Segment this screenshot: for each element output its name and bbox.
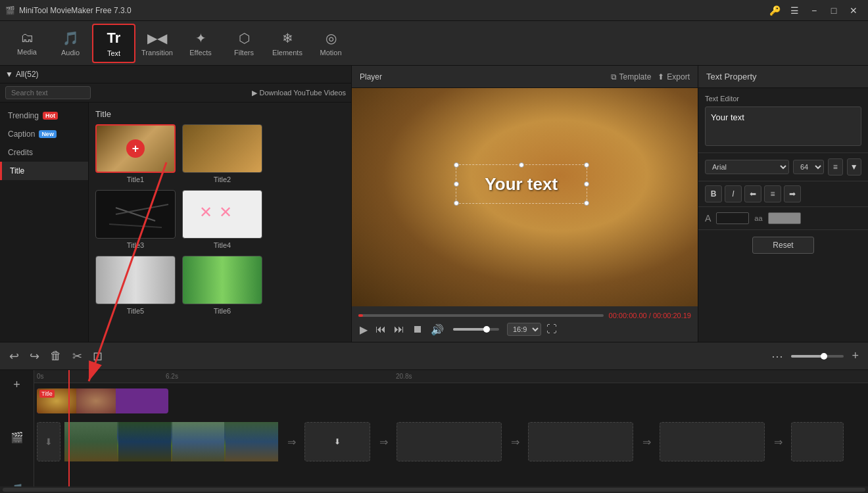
reset-btn[interactable]: Reset	[752, 237, 813, 254]
font-size-select[interactable]: 64 32 48 72	[793, 160, 824, 174]
text-overlay[interactable]: Your text	[456, 164, 587, 204]
volume-track[interactable]	[453, 328, 499, 331]
zoom-in-btn[interactable]: +	[849, 346, 861, 365]
empty-clip-4[interactable]	[660, 422, 765, 461]
bold-btn[interactable]: B	[705, 185, 722, 202]
category-credits[interactable]: Credits	[0, 143, 88, 162]
video-clip-1[interactable]	[64, 422, 278, 461]
tool-transition[interactable]: ▶◀ Transition	[135, 24, 179, 63]
cut-btn[interactable]: ✂	[70, 346, 85, 366]
delete-btn[interactable]: 🗑	[47, 346, 64, 365]
search-input[interactable]	[5, 86, 91, 99]
tool-elements[interactable]: ❄ Elements	[266, 24, 309, 63]
add-track-btn[interactable]: +	[13, 378, 20, 392]
thumb-title3-label: Title3	[127, 241, 145, 249]
handle-mid-left[interactable]	[454, 181, 459, 187]
close-btn[interactable]: ✕	[844, 1, 863, 20]
scroll-track[interactable]	[3, 488, 865, 492]
list-item[interactable]: ✕ ✕ Title4	[182, 190, 262, 249]
transition-slot-3[interactable]: ⇒	[503, 422, 527, 461]
list-item[interactable]: Title5	[95, 256, 176, 315]
list-style-btn[interactable]: ≡	[828, 158, 843, 176]
tool-text[interactable]: Tr Text	[92, 24, 135, 63]
handle-bottom-left[interactable]	[454, 200, 459, 206]
export-btn[interactable]: ⬆ Export	[658, 72, 690, 82]
zoom-track[interactable]	[791, 355, 844, 358]
tool-effects[interactable]: ✦ Effects	[179, 24, 222, 63]
category-caption[interactable]: Caption New	[0, 125, 88, 143]
empty-clip-1[interactable]: ⬇	[304, 422, 370, 461]
thumb-title1-label: Title1	[127, 176, 145, 183]
tool-audio[interactable]: 🎵 Audio	[49, 24, 92, 63]
minimize-btn[interactable]: −	[805, 1, 823, 20]
transition-slot-4[interactable]: ⇒	[635, 422, 658, 461]
volume-btn[interactable]: 🔊	[429, 322, 445, 337]
handle-top-left[interactable]	[454, 162, 459, 168]
template-icon: ⧉	[611, 72, 617, 82]
handle-mid-right[interactable]	[584, 181, 589, 187]
redo-btn[interactable]: ↪	[27, 346, 42, 366]
add-to-timeline-btn[interactable]: +	[126, 139, 145, 158]
transition-slot-1[interactable]: ⇒	[279, 422, 303, 461]
transition-slot-5[interactable]: ⇒	[766, 422, 790, 461]
title-clip[interactable]: Title	[37, 388, 168, 413]
more-options-btn[interactable]: ▼	[847, 158, 862, 176]
menu-icon-btn[interactable]: ☰	[785, 1, 804, 20]
zoom-out-btn[interactable]: ⋯	[769, 346, 786, 366]
bg-color-swatch[interactable]	[768, 212, 801, 224]
key-icon-btn[interactable]: 🔑	[765, 1, 784, 20]
tool-motion[interactable]: ◎ Motion	[309, 24, 352, 63]
text-color-swatch[interactable]	[716, 212, 749, 224]
crop-btn[interactable]: ⊡	[90, 346, 105, 366]
app-icon: 🎬	[5, 6, 15, 15]
font-family-select[interactable]: Arial Times New Roman Helvetica	[705, 160, 789, 174]
thumb-title4[interactable]: ✕ ✕	[182, 190, 262, 239]
timeline-playhead[interactable]	[68, 370, 70, 486]
volume-knob[interactable]	[483, 326, 490, 333]
elements-icon: ❄	[282, 30, 293, 46]
handle-top-right[interactable]	[584, 162, 589, 168]
list-item[interactable]: Title2	[182, 124, 262, 183]
next-frame-btn[interactable]: ⏭	[393, 322, 406, 337]
empty-clip-3[interactable]	[528, 422, 633, 461]
aspect-ratio-select[interactable]: 16:9 9:16 1:1 4:3	[507, 323, 541, 336]
handle-bottom-right[interactable]	[584, 200, 589, 206]
align-right-btn[interactable]: ➡	[784, 185, 801, 202]
thumb-title2[interactable]	[182, 124, 262, 173]
stop-btn[interactable]: ⏹	[411, 322, 424, 337]
progress-track[interactable]	[358, 314, 604, 317]
zoom-knob[interactable]	[821, 353, 827, 360]
thumb-title5[interactable]	[95, 256, 176, 304]
undo-btn[interactable]: ↩	[7, 346, 22, 366]
hot-badge: Hot	[43, 112, 58, 120]
italic-btn[interactable]: I	[725, 185, 742, 202]
download-youtube-btn[interactable]: ▶ Download YouTube Videos	[252, 89, 347, 97]
list-item[interactable]: Title3	[95, 190, 176, 249]
category-title[interactable]: Title	[0, 162, 88, 180]
handle-top[interactable]	[519, 162, 524, 168]
list-item[interactable]: Title6	[182, 256, 262, 315]
download-icon: ⬇	[334, 437, 341, 446]
play-btn[interactable]: ▶	[358, 322, 369, 337]
svg-line-2	[109, 224, 162, 227]
template-btn[interactable]: ⧉ Template	[611, 72, 652, 82]
tool-filters[interactable]: ⬡ Filters	[222, 24, 266, 63]
empty-clip-5[interactable]	[791, 422, 844, 461]
tool-media[interactable]: 🗂 Media	[5, 24, 49, 63]
empty-clip-2[interactable]	[397, 422, 502, 461]
list-item[interactable]: + Title1	[95, 124, 176, 183]
transition-slot-2[interactable]: ⇒	[372, 422, 395, 461]
align-left-btn[interactable]: ⬅	[744, 185, 761, 202]
color-row: A aa	[698, 207, 868, 230]
thumb-title3[interactable]	[95, 190, 176, 239]
title-bar: 🎬 MiniTool MovieMaker Free 7.3.0 🔑 ☰ − □…	[0, 0, 868, 21]
fullscreen-btn[interactable]: ⛶	[546, 323, 557, 335]
align-center-btn[interactable]: ≡	[764, 185, 781, 202]
maximize-btn[interactable]: □	[825, 1, 843, 20]
thumb-title6[interactable]	[182, 256, 262, 304]
import-media-slot[interactable]: ⬇	[37, 422, 60, 461]
category-trending[interactable]: Trending Hot	[0, 106, 88, 125]
text-editor-box[interactable]: Your text	[705, 106, 861, 146]
thumb-title1[interactable]: +	[95, 124, 176, 173]
prev-frame-btn[interactable]: ⏮	[374, 322, 387, 337]
